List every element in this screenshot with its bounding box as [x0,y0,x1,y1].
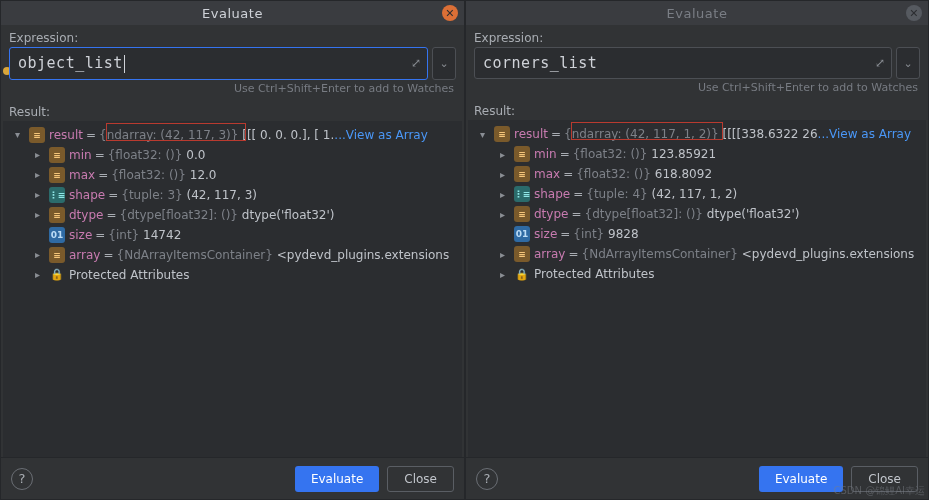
tree-node-size[interactable]: 01 size = {int} 14742 [3,225,462,245]
close-button[interactable]: Close [387,466,454,492]
text-caret [124,55,125,73]
chevron-right-icon[interactable] [35,249,47,260]
result-label: Result: [1,99,464,121]
tree-node-dtype[interactable]: ≡ dtype = {dtype[float32]: ()} dtype('fl… [468,204,926,224]
tree-node-shape[interactable]: ⋮≡ shape = {tuple: 4} (42, 117, 1, 2) [468,184,926,204]
tree-node-dtype[interactable]: ≡ dtype = {dtype[float32]: ()} dtype('fl… [3,205,462,225]
expand-icon[interactable]: ⤢ [875,56,883,70]
chevron-right-icon[interactable] [35,189,47,200]
var-name: result [514,127,548,141]
field-icon: ≡ [514,206,530,222]
field-icon: ≡ [514,146,530,162]
help-button[interactable]: ? [476,468,498,490]
tree-root[interactable]: ≡ result = {ndarray: (42, 117, 3)} [[[ 0… [3,125,462,145]
expression-text: corners_list [483,54,597,72]
chevron-down-icon[interactable] [15,129,27,140]
expand-icon[interactable]: ⤢ [411,56,419,70]
result-label: Result: [466,98,928,120]
titlebar: Evaluate ✕ [1,1,464,25]
field-icon: ≡ [29,127,45,143]
var-value: 0.0 [186,148,205,162]
chevron-right-icon[interactable] [500,269,512,280]
tree-node-size[interactable]: 01 size = {int} 9828 [468,224,926,244]
var-preview: [[[[338.6322 26 [722,127,817,141]
expression-label: Expression: [1,25,464,47]
expression-input[interactable]: corners_list ⤢ [474,47,892,79]
result-tree[interactable]: ≡ result = {ndarray: (42, 117, 1, 2)} [[… [468,120,926,457]
chevron-right-icon[interactable] [500,169,512,180]
var-name: result [49,128,83,142]
tree-node-max[interactable]: ≡ max = {float32: ()} 618.8092 [468,164,926,184]
chevron-right-icon[interactable] [35,209,47,220]
hint-text: Use Ctrl+Shift+Enter to add to Watches [1,80,464,99]
evaluate-button[interactable]: Evaluate [295,466,379,492]
chevron-right-icon[interactable] [35,169,47,180]
tree-node-array[interactable]: ≡ array = {NdArrayItemsContainer} <pydev… [468,244,926,264]
view-as-array-link[interactable]: ...View as Array [334,128,427,142]
var-type: {ndarray: (42, 117, 3)} [99,128,238,142]
history-dropdown[interactable]: ⌄ [896,47,920,79]
equals-sign: = [83,128,99,142]
close-icon[interactable]: ✕ [442,5,458,21]
tree-node-min[interactable]: ≡ min = {float32: ()} 0.0 [3,145,462,165]
titlebar: Evaluate ✕ [466,1,928,25]
chevron-right-icon[interactable] [500,249,512,260]
expression-label: Expression: [466,25,928,47]
chevron-right-icon[interactable] [500,189,512,200]
int-icon: 01 [514,226,530,242]
int-icon: 01 [49,227,65,243]
chevron-down-icon[interactable] [480,129,492,140]
tree-root[interactable]: ≡ result = {ndarray: (42, 117, 1, 2)} [[… [468,124,926,144]
field-icon: ≡ [49,207,65,223]
tree-node-array[interactable]: ≡ array = {NdArrayItemsContainer} <pydev… [3,245,462,265]
result-tree[interactable]: ≡ result = {ndarray: (42, 117, 3)} [[[ 0… [3,121,462,458]
close-icon[interactable]: ✕ [906,5,922,21]
chevron-right-icon[interactable] [35,149,47,160]
field-icon: ≡ [49,167,65,183]
var-type: {ndarray: (42, 117, 1, 2)} [564,127,719,141]
history-dropdown[interactable]: ⌄ [432,47,456,80]
lock-icon: 🔒 [49,267,65,283]
window-title: Evaluate [667,6,728,21]
expression-input[interactable]: object_list ⤢ [9,47,428,80]
view-as-array-link[interactable]: ...View as Array [818,127,911,141]
list-icon: ⋮≡ [514,186,530,202]
tree-node-shape[interactable]: ⋮≡ shape = {tuple: 3} (42, 117, 3) [3,185,462,205]
tree-node-max[interactable]: ≡ max = {float32: ()} 12.0 [3,165,462,185]
evaluate-button[interactable]: Evaluate [759,466,843,492]
lock-icon: 🔒 [514,266,530,282]
chevron-right-icon[interactable] [35,269,47,280]
tree-node-min[interactable]: ≡ min = {float32: ()} 123.85921 [468,144,926,164]
window-title: Evaluate [202,6,263,21]
field-icon: ≡ [49,247,65,263]
field-icon: ≡ [514,246,530,262]
help-button[interactable]: ? [11,468,33,490]
field-icon: ≡ [494,126,510,142]
tree-node-protected[interactable]: 🔒 Protected Attributes [468,264,926,284]
field-icon: ≡ [514,166,530,182]
tree-node-protected[interactable]: 🔒 Protected Attributes [3,265,462,285]
list-icon: ⋮≡ [49,187,65,203]
chevron-right-icon[interactable] [500,209,512,220]
field-icon: ≡ [49,147,65,163]
expression-text: object_list [18,54,123,72]
hint-text: Use Ctrl+Shift+Enter to add to Watches [466,79,928,98]
csdn-watermark: CSDN @锦鲤AI幸运 [834,484,925,498]
var-name: min [69,148,92,162]
var-type: {float32: ()} [108,148,183,162]
var-preview: [[[ 0. 0. 0.], [ 1. [242,128,334,142]
chevron-right-icon[interactable] [500,149,512,160]
